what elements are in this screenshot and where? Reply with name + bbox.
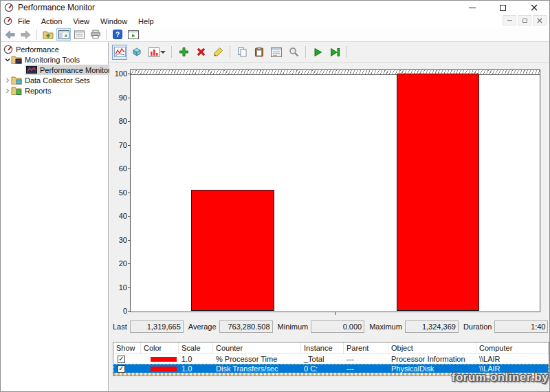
title-bar[interactable]: Performance Monitor [1, 1, 549, 14]
value-bar: Last 1,319,665 Average 763,280.508 Minim… [113, 319, 549, 334]
counter-row[interactable]: ✓1.0% Processor Time_Total---Processor I… [113, 354, 549, 364]
instance-cell: _Total [301, 354, 344, 364]
add-counter-button[interactable] [176, 45, 191, 60]
tree-item-data-collector-sets[interactable]: Data Collector Sets [1, 75, 108, 85]
tree-label: Reports [25, 87, 52, 95]
console-tree-icon [58, 30, 69, 39]
add-plus-icon [179, 47, 189, 57]
view-log-data-button[interactable] [129, 45, 144, 60]
y-axis-tick-label: 20 [109, 259, 127, 268]
tree-label: Performance [16, 45, 59, 54]
line-chart-icon [114, 47, 126, 57]
mdi-restore-button[interactable] [518, 15, 531, 25]
column-header-parent[interactable]: Parent [344, 342, 388, 353]
maximize-button[interactable] [487, 1, 518, 14]
back-button[interactable] [3, 28, 17, 41]
properties-button[interactable] [72, 28, 87, 41]
tree-item-monitoring-tools[interactable]: Monitoring Tools [1, 54, 108, 65]
mdi-window-controls [503, 15, 547, 25]
perfmon-app-icon [4, 3, 14, 12]
performance-monitor-icon [26, 66, 37, 74]
paste-counter-list-button[interactable] [252, 45, 267, 60]
chart-toolbar [109, 42, 550, 63]
forward-button[interactable] [19, 28, 33, 41]
mdi-close-icon [537, 18, 542, 23]
show-checkbox[interactable]: ✓ [118, 356, 125, 363]
color-cell [141, 354, 179, 364]
column-header-scale[interactable]: Scale [179, 342, 213, 353]
column-header-show[interactable]: Show [113, 342, 141, 353]
column-header-object[interactable]: Object [388, 342, 476, 353]
maximum-label: Maximum [369, 323, 402, 331]
menu-item-action[interactable]: Action [36, 16, 68, 27]
show-checkbox[interactable]: ✓ [118, 365, 125, 373]
menu-item-view[interactable]: View [67, 16, 95, 27]
toolbar-separator [230, 46, 230, 58]
window-title: Performance Monitor [18, 3, 95, 12]
properties-dialog-button[interactable] [269, 45, 284, 60]
x-axis-tick [335, 312, 336, 315]
show-hide-console-tree-button[interactable] [56, 28, 71, 41]
histogram-plot-area [130, 69, 540, 312]
minimum-value: 0.000 [311, 320, 364, 333]
tree-item-performance-root[interactable]: Performance [1, 44, 108, 54]
highlight-button[interactable] [210, 45, 226, 60]
toolbar-separator [346, 46, 347, 58]
zoom-button[interactable] [286, 45, 301, 60]
performance-monitor-window: Performance Monitor FileActionViewWindow… [0, 0, 550, 392]
chevron-collapsed-icon[interactable] [4, 78, 11, 83]
instance-cell: 0 C: [301, 364, 344, 373]
show-window-button[interactable] [126, 28, 140, 41]
freeze-display-button[interactable] [310, 45, 325, 60]
last-label: Last [113, 323, 127, 331]
y-axis-tick-label: 60 [109, 164, 127, 173]
chevron-expanded-icon[interactable] [4, 57, 11, 63]
counter-cell: Disk Transfers/sec [213, 364, 301, 373]
close-button[interactable] [518, 1, 549, 14]
duration-label: Duration [463, 323, 492, 331]
graph-type-icon [148, 47, 160, 57]
data-collector-sets-folder-icon [11, 76, 22, 85]
column-header-computer[interactable]: Computer [476, 342, 549, 353]
minimize-button[interactable] [456, 1, 487, 14]
duration-value: 1:40 [494, 320, 548, 333]
menu-item-window[interactable]: Window [95, 16, 133, 27]
y-axis-tick-label: 10 [109, 283, 127, 292]
histogram-bar [397, 74, 479, 311]
tree-item-performance-monitor[interactable]: Performance Monitor [1, 65, 108, 75]
update-data-button[interactable] [327, 45, 342, 60]
maximum-value: 1,324,369 [405, 320, 459, 333]
console-tree-panel: Performance Monitoring Tools Performance… [1, 42, 109, 392]
menu-bar: FileActionViewWindowHelp [1, 14, 549, 28]
up-one-level-button[interactable] [41, 28, 55, 41]
print-button[interactable] [88, 28, 102, 41]
maximize-icon [500, 5, 506, 11]
minimize-icon [469, 8, 476, 8]
performance-monitor-view: 0102030405060708090100 Last 1,319,665 Av… [109, 42, 550, 392]
copy-properties-button[interactable] [234, 45, 250, 60]
y-axis-tick-label: 0 [109, 307, 127, 316]
y-axis-tick-label: 40 [109, 212, 127, 221]
mdi-minimize-button[interactable] [503, 15, 516, 25]
show-cell: ✓ [113, 364, 141, 373]
scale-cell: 1.0 [179, 354, 213, 364]
menu-item-help[interactable]: Help [133, 16, 160, 27]
tree-item-reports[interactable]: Reports [1, 85, 108, 96]
svg-text:?: ? [115, 31, 119, 39]
column-header-color[interactable]: Color [141, 342, 179, 353]
change-graph-type-button[interactable] [146, 45, 167, 60]
view-current-activity-button[interactable] [112, 45, 127, 60]
delete-counter-button[interactable] [193, 45, 208, 60]
y-axis-tick-label: 100 [109, 69, 127, 78]
magnifier-icon [289, 47, 299, 57]
log-data-cube-icon [131, 47, 142, 57]
help-button[interactable]: ? [110, 28, 124, 41]
watermark: forum.onliner.by [452, 371, 549, 384]
column-header-instance[interactable]: Instance [301, 342, 344, 353]
table-header-row: ShowColorScaleCounterInstanceParentObjec… [113, 342, 549, 354]
menu-item-file[interactable]: File [12, 16, 36, 27]
play-to-end-icon [330, 47, 340, 57]
column-header-counter[interactable]: Counter [213, 342, 301, 353]
chevron-collapsed-icon[interactable] [4, 88, 11, 94]
mdi-close-button[interactable] [533, 15, 547, 25]
